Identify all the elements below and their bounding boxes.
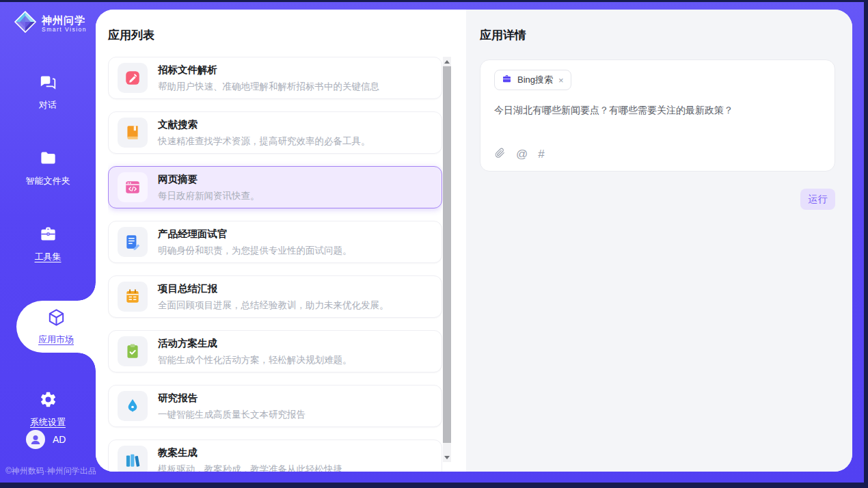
app-name: 研究报告 [158, 392, 306, 405]
sidebar-item-app-market[interactable]: 应用市场 [16, 301, 96, 353]
app-list: 招标文件解析 帮助用户快速、准确地理解和解析招标书中的关键信息 文献搜索 快速精… [108, 57, 442, 472]
toolbox-icon [39, 225, 57, 245]
user-name: AD [53, 434, 66, 445]
tool-chip-bing-search[interactable]: Bing搜索 × [494, 70, 571, 90]
app-description: 每日政府新闻资讯快查。 [158, 190, 260, 202]
app-list-item[interactable]: 招标文件解析 帮助用户快速、准确地理解和解析招标书中的关键信息 [108, 57, 442, 99]
event-plan-icon [118, 336, 148, 366]
sidebar-item-label: 应用市场 [38, 334, 74, 346]
main-content: 应用列表 招标文件解析 帮助用户快速、准确地理解和解析招标书中的关键信息 文献搜… [96, 10, 852, 472]
tender-doc-icon [118, 63, 148, 93]
app-list-panel: 应用列表 招标文件解析 帮助用户快速、准确地理解和解析招标书中的关键信息 文献搜… [96, 10, 466, 472]
attachment-icon[interactable] [494, 147, 506, 161]
sidebar-item-label: 对话 [39, 99, 57, 111]
app-description: 快速精准查找学术资源，提高研究效率的必备工具。 [158, 135, 370, 148]
avatar [26, 430, 45, 449]
lesson-plan-icon [118, 446, 148, 472]
triangle-down-icon [444, 456, 450, 459]
briefcase-icon [502, 74, 512, 87]
research-report-icon [118, 391, 148, 421]
triangle-up-icon [444, 60, 450, 64]
run-button[interactable]: 运行 [800, 189, 835, 210]
brand-diamond-icon [14, 10, 37, 36]
scrollbar-thumb[interactable] [443, 66, 451, 443]
prompt-input[interactable]: 今日湖北有哪些新闻要点？有哪些需要关注的最新政策？ [494, 105, 821, 147]
app-description: 智能生成个性化活动方案，轻松解决规划难题。 [158, 354, 352, 366]
brand-logo: 神州问学 Smart Vision [0, 2, 96, 36]
gear-icon [39, 390, 57, 411]
app-description: 帮助用户快速、准确地理解和解析招标书中的关键信息 [158, 81, 379, 93]
app-list-item[interactable]: 教案生成 模板驱动，教案秒成，教学准备从此轻松快捷 [108, 439, 442, 472]
copyright-text: ©神州数码·神州问学出品 [5, 465, 96, 477]
app-name: 产品经理面试官 [158, 228, 352, 241]
sidebar-item-chat[interactable]: 对话 [0, 73, 96, 111]
app-detail-title: 应用详情 [480, 27, 852, 43]
app-name: 活动方案生成 [158, 337, 352, 350]
sidebar-item-label: 智能文件夹 [26, 175, 70, 187]
app-list-item[interactable]: 项目总结汇报 全面回顾项目进展，总结经验教训，助力未来优化发展。 [108, 275, 442, 318]
sidebar-item-smart-folder[interactable]: 智能文件夹 [0, 149, 96, 187]
sidebar-item-label: 系统设置 [30, 416, 66, 429]
app-description: 全面回顾项目进展，总结经验教训，助力未来优化发展。 [158, 299, 389, 312]
pm-interviewer-icon [118, 227, 148, 257]
prompt-toolbar: @ # [494, 147, 821, 163]
app-list-item[interactable]: 活动方案生成 智能生成个性化活动方案，轻松解决规划难题。 [108, 330, 442, 372]
app-list-item[interactable]: 网页摘要 每日政府新闻资讯快查。 [108, 166, 442, 208]
app-list-scrollbar[interactable] [443, 57, 451, 462]
web-summary-icon [118, 172, 148, 202]
app-name: 招标文件解析 [158, 64, 379, 77]
app-list-item[interactable]: 研究报告 一键智能生成高质量长文本研究报告 [108, 385, 442, 427]
app-description: 模板驱动，教案秒成，教学准备从此轻松快捷 [158, 463, 342, 472]
scroll-down-button[interactable] [443, 452, 451, 462]
app-list-item[interactable]: 产品经理面试官 明确身份和职责，为您提供专业性的面试问题。 [108, 221, 442, 263]
close-icon[interactable]: × [558, 76, 564, 85]
scroll-up-button[interactable] [443, 57, 451, 66]
prompt-card: Bing搜索 × 今日湖北有哪些新闻要点？有哪些需要关注的最新政策？ @ # [480, 59, 835, 172]
app-description: 一键智能生成高质量长文本研究报告 [158, 409, 306, 421]
sidebar-item-settings[interactable]: 系统设置 [0, 390, 96, 429]
folder-icon [39, 149, 57, 170]
app-description: 明确身份和职责，为您提供专业性的面试问题。 [158, 245, 352, 257]
sidebar-item-label: 工具集 [35, 251, 62, 263]
hash-icon[interactable]: # [538, 148, 544, 160]
mention-icon[interactable]: @ [516, 148, 528, 160]
app-name: 文献搜索 [158, 118, 370, 131]
app-list-item[interactable]: 文献搜索 快速精准查找学术资源，提高研究效率的必备工具。 [108, 111, 442, 154]
literature-search-icon [118, 118, 148, 148]
user-account[interactable]: AD [26, 430, 96, 449]
project-summary-icon [118, 282, 148, 312]
tool-chip-label: Bing搜索 [517, 74, 553, 86]
brand-subtitle: Smart Vision [42, 26, 87, 33]
app-frame: 神州问学 Smart Vision 对话 [0, 2, 864, 483]
app-list-title: 应用列表 [108, 27, 466, 43]
chat-icon [39, 73, 57, 94]
sidebar: 神州问学 Smart Vision 对话 [0, 2, 96, 483]
sidebar-nav: 对话 智能文件夹 工具集 [0, 36, 96, 429]
cube-icon [46, 308, 66, 329]
brand-name: 神州问学 [42, 14, 87, 26]
app-name: 教案生成 [158, 446, 342, 459]
sidebar-item-toolset[interactable]: 工具集 [0, 225, 96, 263]
app-name: 网页摘要 [158, 173, 260, 186]
app-name: 项目总结汇报 [158, 282, 389, 295]
app-detail-panel: 应用详情 Bing搜索 × 今日湖北有哪些新闻要点？有哪些需要关注的最新政策 [466, 10, 852, 472]
